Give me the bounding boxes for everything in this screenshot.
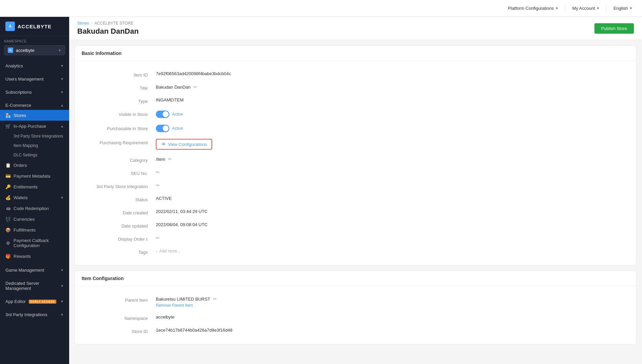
purchasable-row: Purchasable in Store Active [82,121,630,135]
publish-store-button[interactable]: Publish Store [594,23,634,34]
sidebar-item-payment-metadata-label: Payment Metadata [13,174,50,179]
sidebar-item-orders[interactable]: 📋 Orders [0,160,69,171]
view-configurations-button[interactable]: 👁 View Configurations [156,139,212,150]
sidebar-subitem-item-mapping[interactable]: Item Mapping [0,141,69,150]
sidebar-subscriptions-title: Subscriptions [5,90,32,95]
3rd-party-edit-icon[interactable]: ✏ [156,183,160,188]
sidebar-app-editor-header[interactable]: App Editor EARLY ACCESS ▼ [0,296,69,306]
visible-label: Visible in Store [82,111,156,117]
namespace-chevron-icon: ▼ [58,49,61,52]
sidebar-logo: A ACCELBYTE [0,17,69,36]
basic-info-header: Basic Information [75,46,636,61]
eye-icon: 👁 [161,142,166,147]
sidebar-item-entitlements-label: Entitlements [13,184,38,189]
sidebar-dedicated-server-chevron-icon: ▼ [60,284,64,288]
sidebar-users-header[interactable]: Users Management ▼ [0,73,69,84]
visible-toggle[interactable] [156,111,169,118]
display-order-edit-icon[interactable]: ✏ [156,235,160,241]
page-title: Bakudan DanDan [77,27,139,36]
date-updated-label: Date updated [82,222,156,229]
sidebar-subitem-dlc[interactable]: DLC Settings [0,150,69,160]
namespace-section: NAMESPACE ⊞ accelbyte ▼ [0,36,69,59]
title-text: Bakudan DanDan [156,85,191,90]
sidebar-game-management-title: Game Management [5,268,44,273]
sidebar-game-management-chevron-icon: ▼ [60,268,64,272]
topbar-divider-1 [565,5,565,12]
store-id-row: Store ID 1ece74b17b8744b0a426a7d9e3f16d4… [82,324,630,337]
display-order-value: ✏ [156,235,630,241]
sidebar-item-in-app-purchase[interactable]: 🛒 In-App Purchase ▲ [0,121,69,131]
sidebar-item-entitlements[interactable]: 🔑 Entitlements [0,181,69,192]
remove-parent-item-link[interactable]: Remove Parent Item [156,303,193,308]
sidebar-3rd-party-chevron-icon: ▼ [60,313,64,316]
sidebar-subscriptions-header[interactable]: Subscriptions ▼ [0,86,69,97]
sidebar-ecommerce-header[interactable]: E-Commerce ▲ [0,99,69,110]
sidebar-item-code-redemption[interactable]: 🎟 Code Redemption [0,203,69,214]
basic-info-body: Item ID 7e92f06563ad420098f4babe3bdcb04c… [75,61,636,265]
sidebar-3rd-party-header[interactable]: 3rd Party Integrations ▼ [0,309,69,319]
payment-metadata-icon: 💳 [5,173,11,179]
parent-item-edit-icon[interactable]: ✏ [213,296,217,302]
sidebar-item-stores[interactable]: 🏪 Stores [0,110,69,121]
fulfillments-icon: 📦 [5,227,11,233]
sidebar-app-editor-chevron-icon: ▼ [60,300,64,303]
namespace-row: Namespace accelbyte [82,311,630,324]
code-redemption-icon: 🎟 [5,206,11,211]
purchasable-value: Active [156,125,630,132]
parent-item-value: Bakuretsu LIMITED BURST ✏ Remove Parent … [156,296,630,308]
sidebar-analytics-header[interactable]: Analytics ▼ [0,60,69,70]
logo-icon: A [5,22,15,31]
store-id-text: 1ece74b17b8744b0a426a7d9e3f16d48 [156,328,232,333]
item-config-body: Parent Item Bakuretsu LIMITED BURST ✏ Re… [75,286,636,344]
title-value: Bakudan DanDan ✏ [156,84,630,90]
entitlements-icon: 🔑 [5,184,11,189]
sidebar-section-ecommerce: E-Commerce ▲ 🏪 Stores 🛒 In-App Purchase … [0,98,69,263]
category-label: Category [82,156,156,163]
tags-row: Tags - Add more... [82,245,630,258]
purchasing-req-value: 👁 View Configurations [156,139,630,150]
3rd-party-store-value: ✏ [156,183,630,188]
sidebar-item-payment-metadata[interactable]: 💳 Payment Metadata [0,171,69,181]
purchasable-status: Active [172,126,183,131]
sidebar-item-rewards-label: Rewards [13,254,31,259]
sidebar-ecommerce-title: E-Commerce [5,103,31,108]
my-account-label: My Account [572,6,595,11]
my-account-menu[interactable]: My Account ▼ [568,4,604,13]
purchasing-req-row: Purchasing Requirement 👁 View Configurat… [82,135,630,153]
wallets-chevron-icon: ▼ [60,196,64,200]
title-edit-icon[interactable]: ✏ [193,84,197,90]
namespace-select-value: accelbyte [16,48,55,53]
sidebar-item-wallets[interactable]: 💰 Wallets ▼ [0,192,69,203]
in-app-chevron-icon: ▲ [60,124,64,128]
sidebar-item-payment-callback[interactable]: ⚙ Payment Callback Configuration [0,235,69,251]
sidebar-item-fulfillments-label: Fulfillments [13,228,36,233]
purchasable-toggle[interactable] [156,125,169,132]
namespace-row-label: Namespace [82,314,156,321]
language-chevron-icon: ▼ [629,6,633,10]
sidebar-section-analytics: Analytics ▼ [0,59,69,72]
platform-configs-menu[interactable]: Platform Configurations ▼ [504,4,563,13]
sidebar-item-fulfillments[interactable]: 📦 Fulfillments [0,224,69,235]
category-value: /item ✏ [156,156,630,162]
sidebar-item-rewards[interactable]: 🎁 Rewards [0,251,69,262]
category-edit-icon[interactable]: ✏ [168,156,172,162]
item-id-text: 7e92f06563ad420098f4babe3bdcb04c [156,71,231,76]
sidebar-subitem-3rd-party[interactable]: 3rd Party Store Integrations [0,131,69,141]
sku-edit-icon[interactable]: ✏ [156,170,160,175]
sidebar-item-code-redemption-label: Code Redemption [13,206,49,211]
category-row: Category /item ✏ [82,153,630,166]
sidebar-dedicated-server-title: Dedicated Server Management [5,281,60,291]
parent-item-text: Bakuretsu LIMITED BURST [156,297,210,302]
language-menu[interactable]: English ▼ [609,4,637,13]
tags-add-more-button[interactable]: Add more... [159,249,180,253]
topbar-divider-2 [606,5,607,12]
sidebar-dedicated-server-header[interactable]: Dedicated Server Management ▼ [0,277,69,293]
breadcrumb-stores-link[interactable]: Stores [77,21,89,26]
date-created-label: Date created [82,209,156,215]
type-label: Type [82,97,156,104]
sidebar-item-currencies[interactable]: 💱 Currencies [0,214,69,224]
namespace-select[interactable]: ⊞ accelbyte ▼ [4,45,65,55]
namespace-label: NAMESPACE [4,39,65,43]
wallets-icon: 💰 [5,195,11,200]
sidebar-game-management-header[interactable]: Game Management ▼ [0,264,69,275]
